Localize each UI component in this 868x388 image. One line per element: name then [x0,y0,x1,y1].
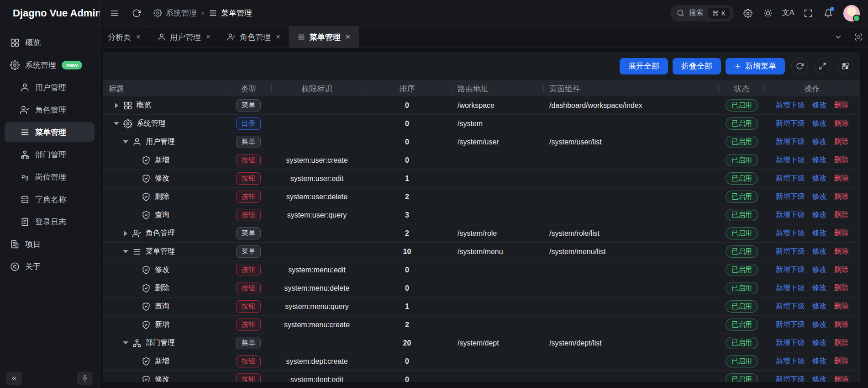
add-child-action[interactable]: 新增下级 [776,229,805,238]
tab-close-icon[interactable]: × [276,32,280,42]
sidebar-item-user-check[interactable]: 角色管理 [5,100,95,120]
tab-1[interactable]: 分析页 × [100,27,149,48]
status-badge: 已启用 [726,282,758,294]
add-child-action[interactable]: 新增下级 [776,320,805,330]
edit-action[interactable]: 修改 [812,302,827,311]
language-button[interactable]: 文A [780,5,796,21]
content-maximize-button[interactable] [848,27,868,48]
refresh-button[interactable] [129,5,144,21]
notifications-button[interactable] [821,5,836,21]
delete-action[interactable]: 删除 [834,155,849,165]
add-child-action[interactable]: 新增下级 [776,137,805,147]
status-badge: 已启用 [726,319,758,331]
add-child-action[interactable]: 新增下级 [776,375,805,382]
delete-action[interactable]: 删除 [834,101,849,110]
sidebar-item-user[interactable]: 用户管理 [5,77,95,97]
delete-action[interactable]: 删除 [834,137,849,147]
tab-close-icon[interactable]: × [136,32,141,42]
delete-action[interactable]: 删除 [834,338,849,348]
sidebar-item-dict[interactable]: 字典名称 [5,189,95,209]
delete-action[interactable]: 删除 [834,174,849,183]
global-search[interactable]: 搜索 ⌘ K [670,5,734,21]
edit-action[interactable]: 修改 [812,356,827,366]
add-child-action[interactable]: 新增下级 [776,119,805,128]
breadcrumb-item-system[interactable]: 系统管理 [153,8,197,18]
fullscreen-button[interactable] [800,5,816,21]
delete-action[interactable]: 删除 [834,229,849,238]
breadcrumb-item-menu[interactable]: 菜单管理 [209,8,252,18]
shield-icon [142,192,151,202]
sidebar-item-dept[interactable]: 部门管理 [5,144,95,165]
expand-arrow[interactable] [121,339,130,347]
expand-all-button[interactable]: 展开全部 [620,58,668,74]
row-route [452,170,544,187]
expand-arrow[interactable] [121,229,130,238]
delete-action[interactable]: 删除 [834,247,849,256]
delete-action[interactable]: 删除 [834,283,849,293]
collapse-all-button[interactable]: 折叠全部 [673,58,721,74]
edit-action[interactable]: 修改 [812,320,827,330]
sidebar-toggle-button[interactable] [107,5,122,21]
user-avatar[interactable] [843,5,860,21]
tab-close-icon[interactable]: × [206,32,210,42]
add-child-action[interactable]: 新增下级 [776,174,805,183]
edit-action[interactable]: 修改 [812,119,827,128]
edit-action[interactable]: 修改 [812,174,827,183]
row-component: /dashboard/workspace/index [544,96,719,114]
tab-2[interactable]: 用户管理 × [149,27,219,48]
edit-action[interactable]: 修改 [812,265,827,275]
delete-action[interactable]: 删除 [834,302,849,311]
sidebar-item-gear[interactable]: 系统管理 new [5,55,95,75]
column-settings-button[interactable] [837,58,853,74]
theme-toggle-button[interactable] [760,5,776,21]
add-child-action[interactable]: 新增下级 [776,338,805,348]
edit-action[interactable]: 修改 [812,375,827,382]
sidebar-collapse-button[interactable] [6,372,22,385]
add-child-action[interactable]: 新增下级 [776,302,805,311]
expand-arrow[interactable] [121,248,130,256]
edit-action[interactable]: 修改 [812,192,827,202]
tab-close-icon[interactable]: × [346,32,350,42]
add-child-action[interactable]: 新增下级 [776,247,805,256]
sidebar-item-grid[interactable]: 概览 [5,32,95,53]
expand-arrow[interactable] [112,120,121,128]
edit-action[interactable]: 修改 [812,137,827,147]
delete-action[interactable]: 删除 [834,119,849,128]
delete-action[interactable]: 删除 [834,192,849,202]
tab-list-dropdown-button[interactable] [828,27,848,48]
edit-action[interactable]: 修改 [812,338,827,348]
add-child-action[interactable]: 新增下级 [776,356,805,366]
delete-action[interactable]: 删除 [834,320,849,330]
table-fullscreen-button[interactable] [814,58,831,74]
sidebar-item-list[interactable]: 菜单管理 [5,122,95,142]
settings-button[interactable] [740,5,756,21]
edit-action[interactable]: 修改 [812,155,827,165]
add-child-action[interactable]: 新增下级 [776,192,805,202]
table-refresh-button[interactable] [791,58,808,74]
edit-action[interactable]: 修改 [812,229,827,238]
add-child-action[interactable]: 新增下级 [776,101,805,110]
add-menu-button[interactable]: 新增菜单 [726,58,785,74]
add-child-action[interactable]: 新增下级 [776,283,805,293]
edit-action[interactable]: 修改 [812,210,827,220]
expand-arrow[interactable] [112,101,121,110]
sidebar-item-project[interactable]: 项目 [5,234,95,254]
edit-action[interactable]: 修改 [812,101,827,110]
delete-action[interactable]: 删除 [834,265,849,275]
sidebar-pin-button[interactable] [77,372,93,385]
delete-action[interactable]: 删除 [834,356,849,366]
expand-arrow[interactable] [121,138,130,146]
sidebar-item-pg[interactable]: Pg 岗位管理 [5,167,95,187]
add-child-action[interactable]: 新增下级 [776,210,805,220]
edit-action[interactable]: 修改 [812,247,827,256]
add-child-action[interactable]: 新增下级 [776,265,805,275]
row-order: 0 [362,261,452,279]
tab-3[interactable]: 角色管理 × [219,27,289,48]
delete-action[interactable]: 删除 [834,375,849,382]
tab-4[interactable]: 菜单管理 × [289,27,359,48]
sidebar-item-about[interactable]: 关于 [5,256,95,276]
delete-action[interactable]: 删除 [834,210,849,220]
add-child-action[interactable]: 新增下级 [776,155,805,165]
sidebar-item-log[interactable]: 登录日志 [5,212,95,232]
edit-action[interactable]: 修改 [812,283,827,293]
